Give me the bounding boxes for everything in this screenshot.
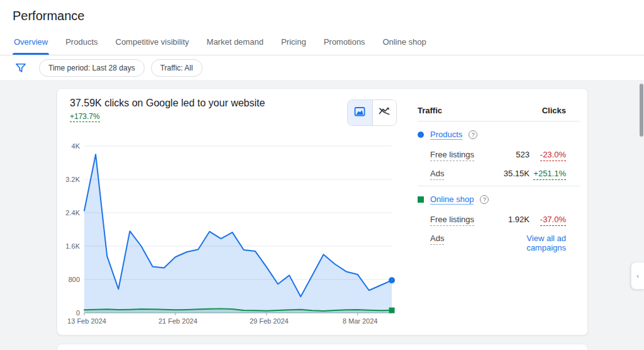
divider — [418, 186, 580, 186]
scrollbar-thumb[interactable] — [640, 84, 643, 137]
row-label: Free listings — [430, 215, 508, 224]
page-title: Performance — [13, 9, 631, 23]
tab-market-demand[interactable]: Market demand — [206, 30, 265, 55]
y-axis-label: 2.4K — [65, 209, 80, 217]
products-area — [84, 154, 392, 313]
view-all-ad-campaigns-link[interactable]: View all ad campaigns — [498, 234, 566, 252]
filter-bar: Time period: Last 28 days Traffic: All — [0, 55, 644, 80]
content-area: 37.59K clicks on Google led to your webs… — [0, 80, 644, 350]
row-value: 35.15K — [504, 169, 530, 178]
products-link[interactable]: Products — [430, 130, 462, 139]
row-delta: -37.0% — [530, 215, 566, 224]
products-help-icon[interactable]: ? — [469, 130, 477, 139]
online-shop-help-icon[interactable]: ? — [480, 195, 489, 204]
x-axis-label: 8 Mar 2024 — [343, 317, 378, 325]
products-group-row: Products ? — [418, 129, 580, 140]
page-header: Performance — [0, 0, 644, 23]
clicks-trend-chart: 08001.6K2.4K3.2K4K13 Feb 202421 Feb 2024… — [57, 139, 403, 328]
online-shop-free-listings-row: Free listings 1.92K -37.0% — [430, 215, 580, 224]
traffic-panel-header: Traffic Clicks — [418, 106, 580, 121]
clicks-column-header: Clicks — [542, 106, 566, 115]
x-axis-label: 13 Feb 2024 — [67, 317, 106, 325]
area-chart-icon — [353, 105, 366, 120]
area-chart-toggle-button[interactable] — [348, 100, 372, 125]
x-axis-label: 29 Feb 2024 — [250, 317, 289, 325]
tab-pricing[interactable]: Pricing — [280, 30, 308, 55]
series-end-marker-circle — [389, 277, 395, 283]
clicks-overview-card: 37.59K clicks on Google led to your webs… — [57, 88, 588, 336]
chip-time-period[interactable]: Time period: Last 28 days — [39, 59, 145, 77]
y-axis-label: 4K — [72, 142, 80, 150]
filter-funnel-icon[interactable] — [13, 60, 29, 76]
chevron-left-icon: ‹ — [636, 272, 639, 279]
products-series-marker — [418, 132, 424, 138]
x-axis-label: 21 Feb 2024 — [158, 317, 197, 325]
crossed-trend-lines-icon — [378, 105, 391, 120]
tab-products[interactable]: Products — [64, 30, 99, 55]
compare-lines-toggle-button[interactable] — [372, 100, 397, 125]
next-card-edge — [57, 344, 588, 350]
row-value: 1.92K — [508, 215, 530, 224]
online-shop-ads-row: Ads View all ad campaigns — [430, 234, 580, 252]
y-axis-label: 0 — [76, 309, 80, 317]
tab-promotions[interactable]: Promotions — [323, 30, 367, 55]
y-axis-label: 1.6K — [65, 242, 80, 250]
online-shop-link[interactable]: Online shop — [430, 195, 474, 204]
divider — [418, 121, 580, 121]
online-shop-series-marker — [418, 196, 424, 203]
row-label: Free listings — [430, 150, 516, 159]
tab-competitive-visibility[interactable]: Competitive visibility — [114, 30, 191, 55]
chip-traffic[interactable]: Traffic: All — [151, 59, 203, 77]
series-end-marker-square — [389, 308, 395, 313]
products-free-listings-row: Free listings 523 -23.0% — [430, 150, 580, 159]
row-delta: +251.1% — [530, 169, 566, 178]
chart-type-toggle — [347, 99, 397, 126]
tab-overview[interactable]: Overview — [13, 30, 49, 55]
products-ads-row: Ads 35.15K +251.1% — [430, 169, 580, 178]
chart-delta-badge: +173.7% — [70, 112, 100, 122]
row-delta: -23.0% — [530, 150, 566, 159]
tab-online-shop[interactable]: Online shop — [381, 30, 427, 55]
row-value: 523 — [516, 150, 530, 159]
traffic-column-header: Traffic — [418, 106, 442, 115]
y-axis-label: 3.2K — [65, 176, 80, 183]
y-axis-label: 800 — [69, 276, 80, 283]
row-label: Ads — [430, 169, 504, 178]
side-panel-toggle[interactable]: ‹ — [631, 262, 644, 290]
row-label: Ads — [430, 234, 498, 243]
chart-title: 37.59K clicks on Google led to your webs… — [70, 98, 265, 109]
online-shop-group-row: Online shop ? — [418, 194, 580, 205]
tab-bar: Overview Products Competitive visibility… — [0, 30, 644, 55]
traffic-panel: Traffic Clicks Products ? Free listings … — [418, 106, 580, 252]
